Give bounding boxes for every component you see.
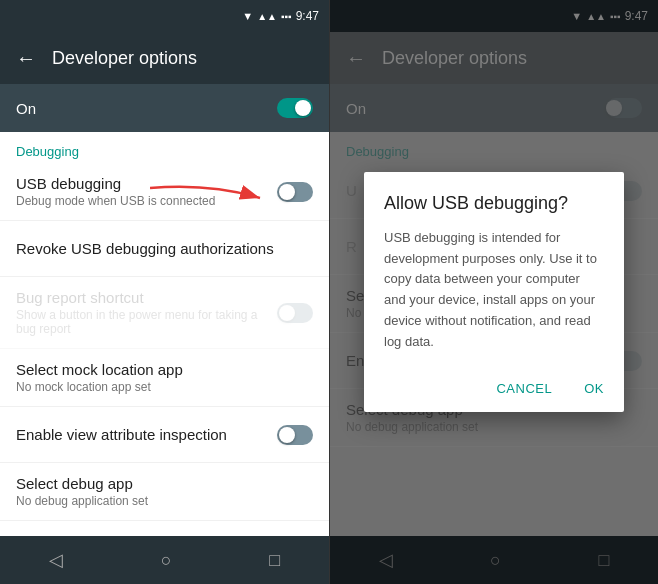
left-view-attr-text: Enable view attribute inspection <box>16 426 277 443</box>
left-usb-title: USB debugging <box>16 175 277 192</box>
left-bug-report-toggle <box>277 303 313 323</box>
dialog-ok-button[interactable]: OK <box>572 373 616 404</box>
left-recent-nav[interactable]: □ <box>269 550 280 571</box>
left-content: Debugging USB debugging Debug mode when … <box>0 132 329 536</box>
status-icons: ▼ ▲▲ ▪▪▪ <box>242 10 291 22</box>
left-mock-text: Select mock location app No mock locatio… <box>16 361 313 394</box>
left-bug-report-text: Bug report shortcut Show a button in the… <box>16 289 277 336</box>
left-mock-subtitle: No mock location app set <box>16 380 313 394</box>
dialog-overlay: Allow USB debugging? USB debugging is in… <box>330 0 658 584</box>
left-bug-report-title: Bug report shortcut <box>16 289 277 306</box>
left-panel: ▼ ▲▲ ▪▪▪ 9:47 ← Developer options On Deb… <box>0 0 329 584</box>
left-revoke-title: Revoke USB debugging authorizations <box>16 240 313 257</box>
left-on-row: On <box>0 84 329 132</box>
left-usb-subtitle: Debug mode when USB is connected <box>16 194 277 208</box>
dialog-body: USB debugging is intended for developmen… <box>364 228 624 369</box>
left-back-nav[interactable]: ◁ <box>49 549 63 571</box>
dialog-actions: CANCEL OK <box>364 369 624 412</box>
left-on-label: On <box>16 100 36 117</box>
right-panel: ▼ ▲▲ ▪▪▪ 9:47 ← Developer options On Deb… <box>329 0 658 584</box>
battery-icon: ▪▪▪ <box>281 11 292 22</box>
left-bug-report-item: Bug report shortcut Show a button in the… <box>0 277 329 349</box>
left-status-bar: ▼ ▲▲ ▪▪▪ 9:47 <box>0 0 329 32</box>
status-time: 9:47 <box>296 9 319 23</box>
left-debug-app-subtitle: No debug application set <box>16 494 313 508</box>
usb-debug-dialog: Allow USB debugging? USB debugging is in… <box>364 172 624 411</box>
left-back-button[interactable]: ← <box>16 47 36 70</box>
dialog-cancel-button[interactable]: CANCEL <box>484 373 564 404</box>
left-debugging-header: Debugging <box>0 132 329 163</box>
signal-icon: ▲▲ <box>257 11 277 22</box>
left-view-attr-item[interactable]: Enable view attribute inspection <box>0 407 329 463</box>
left-mock-location-item[interactable]: Select mock location app No mock locatio… <box>0 349 329 407</box>
left-revoke-text: Revoke USB debugging authorizations <box>16 240 313 257</box>
dialog-title: Allow USB debugging? <box>364 172 624 227</box>
left-page-title: Developer options <box>52 48 197 69</box>
left-bug-report-subtitle: Show a button in the power menu for taki… <box>16 308 277 336</box>
left-main-toggle[interactable] <box>277 98 313 118</box>
left-usb-debugging-item[interactable]: USB debugging Debug mode when USB is con… <box>0 163 329 221</box>
left-view-attr-title: Enable view attribute inspection <box>16 426 277 443</box>
left-home-nav[interactable]: ○ <box>161 550 172 571</box>
left-top-bar: ← Developer options <box>0 32 329 84</box>
left-revoke-usb-item[interactable]: Revoke USB debugging authorizations <box>0 221 329 277</box>
left-usb-toggle[interactable] <box>277 182 313 202</box>
wifi-icon: ▼ <box>242 10 253 22</box>
left-debug-app-text: Select debug app No debug application se… <box>16 475 313 508</box>
left-nav-bar: ◁ ○ □ <box>0 536 329 584</box>
left-debug-app-item[interactable]: Select debug app No debug application se… <box>0 463 329 521</box>
left-usb-text: USB debugging Debug mode when USB is con… <box>16 175 277 208</box>
left-view-attr-toggle[interactable] <box>277 425 313 445</box>
left-debug-app-title: Select debug app <box>16 475 313 492</box>
left-mock-title: Select mock location app <box>16 361 313 378</box>
